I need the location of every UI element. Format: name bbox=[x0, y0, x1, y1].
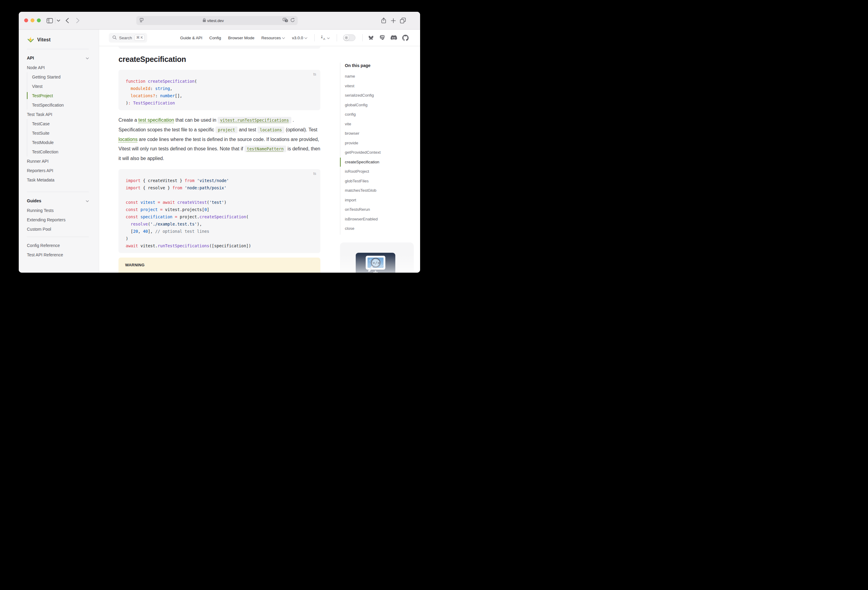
sidebar-group-api[interactable]: API bbox=[27, 53, 89, 63]
toc-item-createspecification[interactable]: createSpecification bbox=[345, 157, 405, 167]
sidebar-item-testproject[interactable]: TestProject bbox=[32, 91, 89, 100]
toc-item-import[interactable]: import bbox=[345, 195, 405, 205]
reader-icon[interactable] bbox=[139, 18, 144, 24]
toc-item-config[interactable]: config bbox=[345, 110, 405, 119]
nav-link-config[interactable]: Config bbox=[210, 35, 221, 40]
search-button[interactable]: Search ⌘ K bbox=[109, 33, 147, 43]
theme-toggle[interactable] bbox=[343, 34, 356, 41]
code-line: locations?: number[], bbox=[118, 92, 320, 99]
warning-callout: WARNING createSpecification expects reso… bbox=[118, 257, 320, 273]
text-span: Create a bbox=[118, 118, 139, 122]
nav-link-v3-0-0[interactable]: v3.0.0 bbox=[292, 35, 307, 40]
nav-link-guide-api[interactable]: Guide & API bbox=[180, 35, 202, 40]
toc-item-browser[interactable]: browser bbox=[345, 129, 405, 138]
vitest-logo-icon bbox=[27, 36, 34, 44]
warning-text: createSpecification expects resolved mod… bbox=[125, 271, 314, 273]
safari-window: vitest.dev A 文 bbox=[19, 12, 420, 273]
sidebar-item-test-task-api[interactable]: Test Task API bbox=[27, 110, 89, 119]
svg-text:x: x bbox=[321, 35, 323, 39]
toc-item-isbrowserenabled[interactable]: isBrowserEnabled bbox=[345, 214, 405, 224]
inline-link[interactable]: locations bbox=[118, 137, 137, 142]
inline-link[interactable]: test specification bbox=[139, 118, 174, 122]
vitest-logo[interactable]: Vitest bbox=[27, 34, 89, 46]
code-line: const specification = project.createSpec… bbox=[118, 213, 320, 221]
toc-item-serializedconfig[interactable]: serializedConfig bbox=[345, 91, 405, 100]
toc-item-globalconfig[interactable]: globalConfig bbox=[345, 100, 405, 110]
code-block-example: ts import { createVitest } from 'vitest/… bbox=[118, 169, 320, 253]
nav-link-resources[interactable]: Resources bbox=[261, 35, 285, 40]
sidebar-item-running-tests[interactable]: Running Tests bbox=[27, 206, 89, 215]
forward-button[interactable] bbox=[76, 12, 80, 29]
toc-item-matchestestglob[interactable]: matchesTestGlob bbox=[345, 186, 405, 195]
toc-item-vitest[interactable]: vitest bbox=[345, 81, 405, 91]
minimize-window-button[interactable] bbox=[31, 18, 34, 22]
sidebar-nested-group: TestCaseTestSuiteTestModuleTestCollectio… bbox=[27, 119, 89, 156]
code-line: import { createVitest } from 'vitest/nod… bbox=[118, 177, 320, 184]
mastodon-icon[interactable] bbox=[379, 35, 385, 41]
sidebar-item-node-api[interactable]: Node API bbox=[27, 63, 89, 72]
toolbar-divider bbox=[55, 18, 55, 24]
address-bar[interactable]: vitest.dev A 文 bbox=[136, 16, 298, 25]
page-title: createSpecification bbox=[118, 55, 320, 64]
search-icon bbox=[112, 35, 117, 40]
new-tab-icon[interactable] bbox=[391, 12, 396, 29]
screen: vitest.dev A 文 bbox=[0, 0, 434, 295]
reload-icon[interactable] bbox=[291, 18, 295, 24]
logo-text: Vitest bbox=[37, 37, 50, 43]
toc-item-close[interactable]: close bbox=[345, 224, 405, 233]
sidebar-item-testspecification[interactable]: TestSpecification bbox=[32, 100, 89, 110]
bluesky-icon[interactable] bbox=[368, 35, 374, 41]
nav-link-browser-mode[interactable]: Browser Mode bbox=[228, 35, 254, 40]
toc-item-isrootproject[interactable]: isRootProject bbox=[345, 167, 405, 177]
toc-item-getprovidedcontext[interactable]: getProvidedContext bbox=[345, 148, 405, 157]
traffic-lights bbox=[24, 18, 41, 22]
tab-overview-icon[interactable] bbox=[400, 12, 406, 29]
sidebar-item-testcollection[interactable]: TestCollection bbox=[32, 147, 89, 156]
sidebar-item-extending-reporters[interactable]: Extending Reporters bbox=[27, 215, 89, 224]
close-window-button[interactable] bbox=[24, 18, 28, 22]
text-span: (optional). Test bbox=[284, 127, 317, 132]
search-kbd: ⌘ K bbox=[134, 35, 145, 41]
sidebar-item-test-api-reference[interactable]: Test API Reference bbox=[27, 250, 89, 259]
sidebar-item-config-reference[interactable]: Config Reference bbox=[27, 241, 89, 250]
toc-item-ontestsrerun[interactable]: onTestsRerun bbox=[345, 205, 405, 214]
sponsor-card[interactable]: </> bbox=[340, 243, 414, 273]
sidebar-toggle-icon[interactable] bbox=[47, 12, 53, 29]
lock-icon bbox=[203, 18, 206, 23]
sidebar-item-task-metadata[interactable]: Task Metadata bbox=[27, 175, 89, 184]
sidebar-chevron-down-icon[interactable] bbox=[57, 12, 60, 29]
toc-item-provide[interactable]: provide bbox=[345, 138, 405, 148]
sidebar-item-reporters-api[interactable]: Reporters API bbox=[27, 166, 89, 175]
github-icon[interactable] bbox=[402, 35, 409, 41]
sidebar-group-guides[interactable]: Guides bbox=[27, 196, 89, 206]
translate-icon[interactable]: A 文 bbox=[283, 18, 288, 24]
sun-icon bbox=[344, 35, 349, 40]
zoom-window-button[interactable] bbox=[37, 18, 41, 22]
previous-codeblock-edge bbox=[118, 47, 320, 49]
share-icon[interactable] bbox=[381, 12, 386, 29]
discord-icon[interactable] bbox=[390, 35, 397, 40]
sidebar-item-custom-pool[interactable]: Custom Pool bbox=[27, 224, 89, 234]
code-block-signature: ts function createSpecification( moduleI… bbox=[118, 70, 320, 110]
code-line: const vitest = await createVitest('test'… bbox=[118, 199, 320, 206]
toc-item-vite[interactable]: vite bbox=[345, 119, 405, 129]
chevron-down-icon bbox=[86, 56, 89, 60]
sidebar-item-testcase[interactable]: TestCase bbox=[32, 119, 89, 128]
sidebar-item-getting-started[interactable]: Getting Started bbox=[32, 72, 89, 81]
inline-code: project bbox=[216, 127, 238, 133]
inline-link[interactable]: testNamePattern bbox=[245, 146, 286, 152]
code-line: import { resolve } from 'node:path/posix… bbox=[118, 184, 320, 191]
language-button[interactable]: x A bbox=[321, 35, 330, 40]
toc-item-globtestfiles[interactable]: globTestFiles bbox=[345, 177, 405, 186]
text-span: that can be used in bbox=[174, 118, 218, 122]
sidebar-item-vitest[interactable]: Vitest bbox=[32, 81, 89, 91]
nav-link-label: Config bbox=[210, 35, 221, 40]
toc-item-name[interactable]: name bbox=[345, 72, 405, 81]
sidebar-item-testmodule[interactable]: TestModule bbox=[32, 138, 89, 147]
back-button[interactable] bbox=[66, 12, 69, 29]
url-text: vitest.dev bbox=[207, 18, 224, 23]
sidebar-item-testsuite[interactable]: TestSuite bbox=[32, 128, 89, 138]
inline-link[interactable]: vitest.runTestSpecifications bbox=[218, 117, 291, 124]
sidebar-item-runner-api[interactable]: Runner API bbox=[27, 156, 89, 166]
sidebar: Vitest APINode APIGetting StartedVitestT… bbox=[19, 29, 99, 273]
